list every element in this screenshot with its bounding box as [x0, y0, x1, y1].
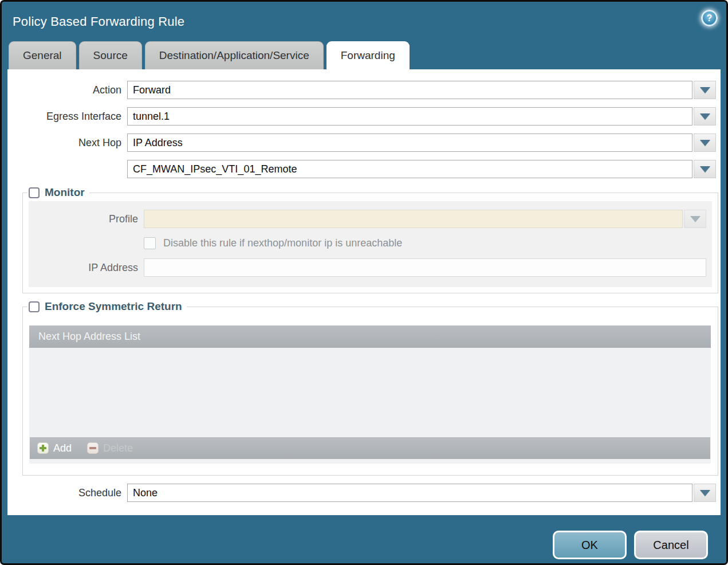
next-hop-type-dropdown-button[interactable] — [694, 134, 716, 152]
enforce-symmetric-return-legend-label: Enforce Symmetric Return — [45, 300, 182, 313]
next-hop-address-select[interactable]: CF_MWAN_IPsec_VTI_01_Remote — [127, 160, 692, 178]
disable-rule-row: Disable this rule if nexthop/monitor ip … — [144, 237, 706, 249]
forwarding-tab-panel: Action Forward Egress Interface tunnel.1… — [7, 69, 721, 515]
chevron-down-icon — [700, 490, 710, 496]
tab-general[interactable]: General — [9, 41, 76, 69]
next-hop-type-select[interactable]: IP Address — [127, 134, 692, 152]
monitor-ip-address-row: IP Address — [34, 258, 706, 277]
next-hop-address-dropdown-button[interactable] — [694, 160, 716, 178]
action-select[interactable]: Forward — [127, 81, 692, 99]
action-row: Action Forward — [7, 81, 716, 99]
enforce-symmetric-return-checkbox[interactable] — [29, 301, 40, 312]
pbf-rule-dialog: Policy Based Forwarding Rule ? General S… — [0, 0, 728, 565]
ok-button[interactable]: OK — [553, 531, 627, 559]
schedule-dropdown-button[interactable] — [694, 484, 716, 502]
action-dropdown-button[interactable] — [694, 81, 716, 99]
delete-button-label: Delete — [103, 442, 133, 454]
schedule-select[interactable]: None — [127, 484, 692, 502]
egress-interface-select[interactable]: tunnel.1 — [127, 107, 692, 125]
plus-icon — [37, 442, 49, 454]
next-hop-address-row: CF_MWAN_IPsec_VTI_01_Remote — [7, 160, 716, 178]
delete-button: Delete — [87, 442, 133, 454]
egress-interface-label: Egress Interface — [7, 111, 127, 123]
dialog-footer: OK Cancel — [2, 515, 726, 559]
help-icon[interactable]: ? — [701, 10, 718, 26]
egress-interface-dropdown-button[interactable] — [694, 107, 716, 125]
tab-source[interactable]: Source — [79, 41, 142, 69]
egress-interface-row: Egress Interface tunnel.1 — [7, 107, 716, 125]
disable-rule-label: Disable this rule if nexthop/monitor ip … — [163, 237, 402, 249]
next-hop-row: Next Hop IP Address — [7, 134, 716, 152]
tab-bar: General Source Destination/Application/S… — [2, 41, 726, 69]
cancel-button[interactable]: Cancel — [634, 531, 708, 559]
next-hop-address-list-body — [29, 348, 711, 437]
next-hop-address-list-toolbar: Add Delete — [30, 437, 710, 459]
monitor-panel: Profile Disable this rule if nexthop/mon… — [29, 201, 712, 287]
schedule-row: Schedule None — [7, 484, 716, 502]
profile-dropdown-button — [684, 210, 706, 228]
disable-rule-checkbox — [144, 237, 156, 249]
monitor-legend: Monitor — [27, 186, 89, 199]
monitor-legend-label: Monitor — [45, 186, 85, 199]
monitor-checkbox[interactable] — [29, 187, 40, 198]
chevron-down-icon — [690, 216, 701, 222]
chevron-down-icon — [700, 87, 710, 93]
tab-forwarding[interactable]: Forwarding — [326, 41, 410, 69]
profile-row: Profile — [34, 210, 706, 228]
minus-icon — [87, 442, 99, 454]
profile-select — [144, 210, 683, 228]
next-hop-address-list-table: Next Hop Address List Add Delete — [29, 325, 711, 464]
chevron-down-icon — [700, 113, 710, 120]
chevron-down-icon — [700, 166, 710, 172]
enforce-symmetric-return-section: Enforce Symmetric Return Next Hop Addres… — [22, 300, 718, 476]
next-hop-address-list-header: Next Hop Address List — [29, 325, 711, 348]
tab-destination-application-service[interactable]: Destination/Application/Service — [145, 41, 324, 69]
monitor-ip-address-input — [144, 258, 706, 277]
profile-label: Profile — [34, 213, 144, 225]
add-button[interactable]: Add — [37, 442, 72, 454]
add-button-label: Add — [53, 442, 72, 454]
monitor-ip-address-label: IP Address — [34, 262, 144, 274]
next-hop-label: Next Hop — [7, 137, 127, 149]
enforce-symmetric-return-legend: Enforce Symmetric Return — [27, 300, 187, 313]
monitor-section: Monitor Profile Disable this rule if nex… — [22, 186, 718, 293]
chevron-down-icon — [700, 140, 710, 146]
schedule-label: Schedule — [7, 487, 127, 499]
dialog-titlebar: Policy Based Forwarding Rule ? — [2, 2, 726, 41]
dialog-title: Policy Based Forwarding Rule — [13, 14, 184, 29]
action-label: Action — [7, 84, 127, 96]
